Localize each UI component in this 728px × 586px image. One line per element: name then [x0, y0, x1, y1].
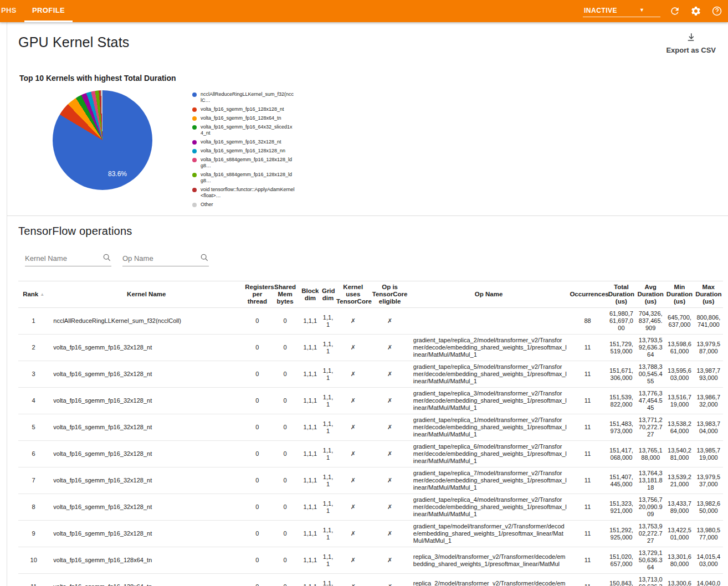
column-header-op_is_tensorcore_eligible[interactable]: Op is TensorCore eligible: [371, 281, 408, 308]
x-mark-icon: ✗: [387, 371, 392, 377]
cell-grid_dim: 1,1,1: [321, 414, 335, 441]
kernel-name-input[interactable]: [25, 252, 111, 266]
help-icon[interactable]: [710, 4, 724, 18]
search-icon[interactable]: [200, 253, 209, 264]
legend-item[interactable]: volta_fp16_s884gemm_fp16_128x128_ldg8…: [192, 157, 295, 169]
column-header-max_duration_us[interactable]: Max Duration (us): [694, 281, 723, 308]
legend-label: volta_fp16_sgemm_fp16_128x128_nt: [201, 106, 284, 112]
cell-total_duration_us: 151,417,068,000: [607, 441, 636, 467]
kernel-name-filter: [25, 252, 111, 266]
cell-kernel_name: volta_fp16_sgemm_fp16_32x128_nt: [49, 521, 244, 547]
legend-label: volta_fp16_sgemm_fp16_32x128_nt: [201, 139, 281, 145]
legend-item[interactable]: volta_fp16_sgemm_fp16_128x64_tn: [192, 115, 295, 121]
legend-label: Other: [201, 202, 213, 208]
tab-graphs[interactable]: PHS: [0, 0, 24, 22]
cell-op_is_tensorcore_eligible: ✗: [371, 441, 408, 467]
column-header-block_dim[interactable]: Block dim: [300, 281, 321, 308]
cell-max_duration_us: 13,986,732,000: [694, 388, 723, 414]
export-csv-button[interactable]: Export as CSV: [666, 32, 716, 54]
cell-kernel_uses_tensorcore: ✗: [335, 441, 371, 467]
nav-tabs: PHS PROFILE: [0, 0, 73, 22]
column-header-avg_duration_us[interactable]: Avg Duration (us): [636, 281, 665, 308]
cell-block_dim: 1,1,1: [300, 335, 321, 361]
x-mark-icon: ✗: [351, 344, 356, 351]
x-mark-icon: ✗: [387, 477, 392, 484]
cell-total_duration_us: 151,020,657,000: [607, 547, 636, 574]
cell-grid_dim: 1,1,1: [321, 494, 335, 521]
cell-rank: 10: [18, 547, 49, 574]
chart-title: Top 10 Kernels with highest Total Durati…: [19, 74, 717, 83]
settings-gear-icon[interactable]: [689, 4, 703, 18]
table-row: 8volta_fp16_sgemm_fp16_32x128_nt001,1,11…: [18, 494, 723, 521]
legend-item[interactable]: volta_fp16_sgemm_fp16_64x32_sliced1x4_nt: [192, 124, 295, 136]
x-mark-icon: ✗: [387, 344, 392, 351]
cell-total_duration_us: 151,292,925,000: [607, 521, 636, 547]
cell-max_duration_us: 13,985,719,000: [694, 441, 723, 467]
column-header-total_duration_us[interactable]: Total Duration (us): [607, 281, 636, 308]
search-icon[interactable]: [102, 253, 111, 264]
cell-max_duration_us: 13,982,650,000: [694, 494, 723, 521]
cell-kernel_uses_tensorcore: ✗: [335, 521, 371, 547]
cell-occurrences: 11: [568, 414, 606, 441]
cell-registers_per_thread: 0: [244, 494, 270, 521]
cell-rank: 1: [18, 308, 49, 335]
cell-op_is_tensorcore_eligible: ✗: [371, 335, 408, 361]
cell-shared_mem_bytes: 0: [270, 308, 299, 335]
column-header-rank[interactable]: Rank▲: [18, 281, 49, 308]
legend-item[interactable]: Other: [192, 202, 295, 208]
cell-block_dim: 1,1,1: [300, 547, 321, 574]
cell-kernel_uses_tensorcore: ✗: [335, 414, 371, 441]
column-header-op_name[interactable]: Op Name: [409, 281, 569, 308]
table-body: 1ncclAllReduceRingLLKernel_sum_f32(ncclC…: [18, 308, 723, 586]
column-header-shared_mem_bytes[interactable]: Shared Mem bytes: [270, 281, 299, 308]
cell-grid_dim: 1,1,1: [321, 361, 335, 388]
cell-kernel_uses_tensorcore: ✗: [335, 574, 371, 586]
column-header-registers_per_thread[interactable]: Registers per thread: [244, 281, 270, 308]
table-row: 2volta_fp16_sgemm_fp16_32x128_nt001,1,11…: [18, 335, 723, 361]
run-status-dropdown[interactable]: INACTIVE ▼: [583, 6, 660, 17]
cell-block_dim: 1,1,1: [300, 441, 321, 467]
cell-kernel_uses_tensorcore: ✗: [335, 547, 371, 574]
column-header-occurrences[interactable]: Occurrences: [568, 281, 606, 308]
cell-kernel_name: volta_fp16_sgemm_fp16_128x64_tn: [49, 574, 244, 586]
legend-item[interactable]: ncclAllReduceRingLLKernel_sum_f32(ncclC…: [192, 91, 295, 104]
cell-max_duration_us: 14,015,403,000: [694, 547, 723, 574]
tab-profile[interactable]: PROFILE: [24, 0, 73, 22]
cell-registers_per_thread: 0: [244, 441, 270, 467]
cell-avg_duration_us: 13,756,720,090.909: [636, 494, 665, 521]
cell-max_duration_us: 13,983,704,000: [694, 414, 723, 441]
chevron-down-icon: ▼: [639, 8, 644, 13]
cell-registers_per_thread: 0: [244, 467, 270, 494]
cell-op_name: gradient_tape/model/transformer_v2/Trans…: [409, 521, 569, 547]
cell-grid_dim: 1,1,1: [321, 467, 335, 494]
cell-min_duration_us: 13,300,679,000: [665, 574, 694, 586]
run-status-value: INACTIVE: [584, 7, 617, 14]
x-mark-icon: ✗: [351, 477, 356, 484]
legend-item[interactable]: volta_fp16_sgemm_fp16_32x128_nt: [192, 139, 295, 145]
legend-label: volta_fp16_s884gemm_fp16_128x128_ldg8…: [201, 157, 295, 169]
op-name-input[interactable]: [122, 252, 209, 266]
cell-rank: 7: [18, 467, 49, 494]
table-row: 10volta_fp16_sgemm_fp16_128x64_tn001,1,1…: [18, 547, 723, 574]
column-header-grid_dim[interactable]: Grid dim: [321, 281, 335, 308]
cell-avg_duration_us: 13,764,313,181.818: [636, 467, 665, 494]
legend-item[interactable]: void tensorflow::functor::ApplyAdamKerne…: [192, 187, 295, 199]
legend-label: volta_fp16_sgemm_fp16_128x64_tn: [201, 115, 281, 121]
column-header-min_duration_us[interactable]: Min Duration (us): [665, 281, 694, 308]
column-header-kernel_uses_tensorcore[interactable]: Kernel uses TensorCore: [335, 281, 371, 308]
legend-item[interactable]: volta_fp16_sgemm_fp16_128x128_nn: [192, 148, 295, 154]
cell-rank: 3: [18, 361, 49, 388]
legend-item[interactable]: volta_fp16_sgemm_fp16_128x128_nt: [192, 106, 295, 112]
cell-op_is_tensorcore_eligible: ✗: [371, 308, 408, 335]
x-mark-icon: ✗: [351, 424, 356, 430]
legend-swatch: [192, 140, 197, 145]
column-header-kernel_name[interactable]: Kernel Name: [49, 281, 244, 308]
cell-shared_mem_bytes: 0: [270, 521, 299, 547]
refresh-icon[interactable]: [668, 4, 681, 18]
cell-avg_duration_us: 13,729,150,636.364: [636, 547, 665, 574]
cell-max_duration_us: 13,979,537,000: [694, 467, 723, 494]
legend-item[interactable]: volta_fp16_s884gemm_fp16_128x128_ldg8…: [192, 172, 295, 184]
table-row: 3volta_fp16_sgemm_fp16_32x128_nt001,1,11…: [18, 361, 723, 388]
pie-chart[interactable]: [53, 90, 152, 190]
cell-op_name: replica_3/model/transformer_v2/Transform…: [409, 547, 569, 574]
